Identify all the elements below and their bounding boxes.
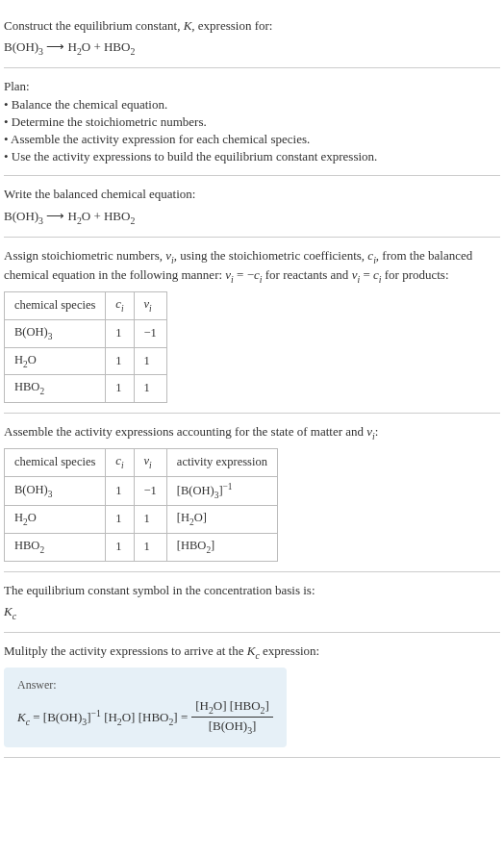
cell-ci: 1: [106, 319, 134, 347]
cell-ci: 1: [106, 534, 134, 562]
plan-item: Assemble the activity expression for eac…: [4, 131, 500, 148]
cell-species: B(OH)3: [5, 476, 106, 506]
cell-species: B(OH)3: [5, 319, 106, 347]
col-vi: νi: [134, 448, 166, 476]
table-header-row: chemical species ci νi activity expressi…: [5, 448, 278, 476]
section-symbol: The equilibrium constant symbol in the c…: [4, 572, 500, 633]
table-row: B(OH)3 1 −1: [5, 319, 167, 347]
plan-item: Use the activity expressions to build th…: [4, 148, 500, 165]
col-ci: ci: [106, 292, 134, 320]
answer-box: Answer: Kc = [B(OH)3]−1 [H2O] [HBO2] = […: [4, 668, 287, 746]
table-header-row: chemical species ci νi: [5, 292, 167, 320]
answer-label: Answer:: [17, 677, 273, 693]
col-species: chemical species: [5, 448, 106, 476]
plan-item: Determine the stoichiometric numbers.: [4, 113, 500, 131]
col-ci: ci: [106, 448, 134, 476]
table-row: H2O 1 1: [5, 347, 167, 375]
symbol-text: The equilibrium constant symbol in the c…: [4, 582, 500, 599]
stoich-text: Assign stoichiometric numbers, νi, using…: [4, 247, 500, 286]
reaction-equation-1: B(OH)3 ⟶ H2O + HBO2: [4, 38, 500, 58]
cell-vi: 1: [134, 347, 166, 375]
cell-ci: 1: [106, 347, 134, 375]
plan-title: Plan:: [4, 78, 500, 95]
cell-vi: 1: [134, 534, 166, 562]
cell-species: H2O: [5, 506, 106, 534]
section-balanced: Write the balanced chemical equation: B(…: [4, 176, 500, 237]
plan-list: Balance the chemical equation. Determine…: [4, 96, 500, 166]
kc-lhs: Kc = [B(OH)3]−1 [H2O] [HBO2] =: [17, 707, 188, 729]
section-construct: Construct the equilibrium constant, K, e…: [4, 8, 500, 68]
section-activity: Assemble the activity expressions accoun…: [4, 414, 500, 572]
fraction: [H2O] [HBO2] [B(OH)3]: [191, 697, 273, 737]
col-species: chemical species: [5, 292, 106, 320]
answer-equation: Kc = [B(OH)3]−1 [H2O] [HBO2] = [H2O] [HB…: [17, 697, 273, 737]
cell-vi: 1: [134, 506, 166, 534]
cell-activity: [B(OH)3]−1: [166, 476, 277, 506]
table-row: H2O 1 1 [H2O]: [5, 506, 278, 534]
numerator: [H2O] [HBO2]: [191, 697, 273, 718]
section-plan: Plan: Balance the chemical equation. Det…: [4, 68, 500, 176]
cell-vi: −1: [134, 476, 166, 506]
cell-species: HBO2: [5, 534, 106, 562]
table-row: B(OH)3 1 −1 [B(OH)3]−1: [5, 476, 278, 506]
cell-ci: 1: [106, 476, 134, 506]
kc-symbol: Kc: [4, 603, 500, 622]
plan-item: Balance the chemical equation.: [4, 96, 500, 113]
cell-species: H2O: [5, 347, 106, 375]
reaction-equation-2: B(OH)3 ⟶ H2O + HBO2: [4, 208, 500, 227]
cell-vi: 1: [134, 375, 166, 403]
table-row: HBO2 1 1: [5, 375, 167, 403]
final-text: Mulitply the activity expressions to arr…: [4, 643, 500, 662]
construct-text: Construct the equilibrium constant, K, e…: [4, 17, 500, 35]
col-activity: activity expression: [166, 448, 277, 476]
col-vi: νi: [134, 292, 166, 320]
cell-ci: 1: [106, 506, 134, 534]
cell-species: HBO2: [5, 375, 106, 403]
table-row: HBO2 1 1 [HBO2]: [5, 534, 278, 562]
cell-activity: [H2O]: [166, 506, 277, 534]
balanced-title: Write the balanced chemical equation:: [4, 186, 500, 203]
cell-vi: −1: [134, 319, 166, 347]
denominator: [B(OH)3]: [191, 718, 273, 737]
cell-activity: [HBO2]: [166, 534, 277, 562]
activity-table: chemical species ci νi activity expressi…: [4, 448, 278, 562]
section-final: Mulitply the activity expressions to arr…: [4, 633, 500, 758]
cell-ci: 1: [106, 375, 134, 403]
activity-text: Assemble the activity expressions accoun…: [4, 423, 500, 442]
section-stoich: Assign stoichiometric numbers, νi, using…: [4, 238, 500, 414]
stoich-table: chemical species ci νi B(OH)3 1 −1 H2O 1…: [4, 291, 167, 403]
